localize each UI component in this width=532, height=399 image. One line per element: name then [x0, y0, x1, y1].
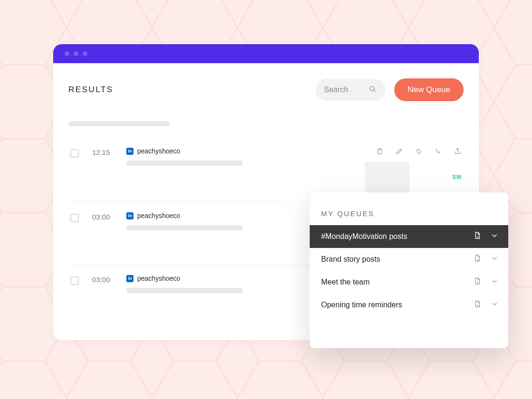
account-name: peachyshoeco: [137, 212, 180, 219]
section-heading-placeholder: [68, 121, 170, 126]
linkedin-icon: in: [126, 275, 133, 282]
queue-item-opening-times[interactable]: Opening time reminders: [310, 294, 508, 316]
media-thumbnail: [365, 162, 409, 192]
queue-item-monday-motivation[interactable]: #MondayMotivation posts: [310, 225, 508, 248]
move-down-icon[interactable]: [434, 147, 442, 155]
chevron-down-icon[interactable]: [490, 254, 499, 265]
row-time: 03:00: [92, 213, 126, 255]
account-name: peachyshoeco: [137, 275, 180, 282]
share-icon[interactable]: [454, 147, 462, 155]
row-time: 03:00: [92, 276, 126, 318]
queues-panel-title: MY QUEUES: [310, 209, 508, 225]
traffic-light-zoom[interactable]: [83, 51, 87, 56]
chevron-down-icon[interactable]: [490, 277, 499, 287]
post-body-placeholder: [126, 288, 243, 293]
post-body-placeholder: [126, 225, 243, 230]
queue-item-label: #MondayMotivation posts: [321, 232, 407, 241]
repost-icon[interactable]: [415, 147, 423, 155]
queue-item-label: Meet the team: [321, 278, 370, 286]
queue-item-brand-story[interactable]: Brand story posts: [310, 248, 508, 271]
file-edit-icon[interactable]: [473, 231, 482, 242]
chevron-down-icon[interactable]: [490, 231, 499, 242]
svg-point-1: [370, 86, 374, 91]
edit-icon[interactable]: [395, 147, 403, 155]
author-initials: SM: [452, 174, 462, 180]
chevron-down-icon[interactable]: [490, 300, 499, 310]
queue-item-label: Opening time reminders: [321, 301, 402, 309]
page-title: RESULTS: [68, 85, 114, 95]
new-queue-button[interactable]: New Queue: [394, 78, 464, 101]
file-edit-icon[interactable]: [473, 277, 482, 287]
search-icon: [369, 85, 376, 95]
account-name: peachyshoeco: [137, 147, 180, 155]
file-edit-icon[interactable]: [473, 300, 482, 310]
search-placeholder: Search: [324, 86, 348, 94]
row-checkbox[interactable]: [70, 276, 79, 285]
file-edit-icon[interactable]: [473, 254, 482, 265]
linkedin-icon: in: [126, 148, 133, 155]
queue-item-label: Brand story posts: [321, 255, 380, 264]
post-body-placeholder: [126, 161, 243, 166]
search-input[interactable]: Search: [315, 79, 386, 101]
linkedin-icon: in: [126, 212, 133, 219]
svg-line-2: [374, 90, 375, 92]
traffic-light-close[interactable]: [65, 51, 69, 56]
row-time: 12:15: [92, 148, 126, 192]
my-queues-panel: MY QUEUES #MondayMotivation posts Brand …: [310, 192, 508, 348]
queue-item-meet-the-team[interactable]: Meet the team: [310, 271, 508, 294]
row-checkbox[interactable]: [70, 214, 79, 222]
trash-icon[interactable]: [376, 147, 384, 155]
row-checkbox[interactable]: [70, 149, 79, 158]
traffic-light-minimize[interactable]: [74, 51, 78, 56]
window-titlebar: [53, 44, 479, 63]
